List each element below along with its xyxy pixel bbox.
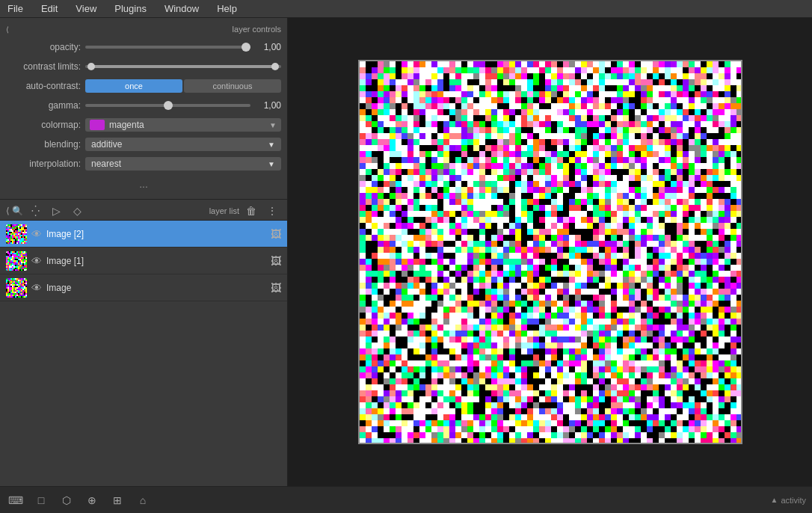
interpolation-dropdown[interactable]: nearest ▼: [85, 157, 281, 171]
bottom-tool-buttons: ⌨ □ ⬡ ⊕ ⊞ ⌂: [6, 491, 153, 510]
console-button[interactable]: ⌨: [6, 491, 25, 510]
colormap-name: magenta: [109, 120, 265, 130]
layer-thumbnail-image2: [6, 224, 27, 244]
layer-item-image1[interactable]: 👁 Image [1] 🖼: [0, 248, 287, 274]
opacity-slider-container: [85, 41, 250, 53]
colormap-arrow-icon: ▼: [269, 121, 277, 129]
canvas-area[interactable]: [288, 18, 812, 486]
blending-value: additive: [91, 139, 122, 150]
bottom-toolbar: ⌨ □ ⬡ ⊕ ⊞ ⌂ ▲ activity: [0, 486, 812, 513]
layer-controls-collapse[interactable]: ⟨: [6, 25, 9, 34]
layer-item-image2[interactable]: 👁 Image [2] 🖼: [0, 221, 287, 248]
auto-contrast-buttons: once continuous: [85, 79, 281, 93]
colormap-dropdown[interactable]: magenta ▼: [85, 118, 281, 132]
blending-row: blending: additive ▼: [0, 135, 287, 154]
gamma-row: gamma: 1,00: [0, 96, 287, 115]
layer-thumbnail-image1: [6, 251, 27, 271]
layer-eye-image1[interactable]: 👁: [31, 255, 42, 267]
layer-name-image: Image: [46, 283, 266, 293]
opacity-row: opacity: 1,00: [0, 37, 287, 57]
activity-label: activity: [781, 496, 806, 505]
layer-eye-image[interactable]: 👁: [31, 282, 42, 294]
layer-name-image2: Image [2]: [46, 229, 266, 239]
interpolation-row: interpolation: nearest ▼: [0, 154, 287, 173]
more-controls-button[interactable]: ...: [0, 173, 287, 194]
blending-label: blending:: [6, 139, 81, 150]
collapse-icon-pair: ⟨ 🔍: [6, 206, 23, 216]
main-layout: ⟨ layer controls opacity: 1,00 contrast …: [0, 18, 812, 486]
layers-button[interactable]: ⊕: [82, 491, 102, 510]
gamma-value: 1,00: [255, 100, 281, 111]
layer-options-button[interactable]: ⋮: [263, 203, 281, 219]
layer-type-icon-image: 🖼: [271, 282, 281, 294]
colormap-label: colormap:: [6, 120, 81, 130]
interpolation-arrow-icon: ▼: [268, 160, 275, 168]
layer-controls-title: layer controls: [233, 25, 281, 34]
contrast-limits-row: contrast limits:: [0, 57, 287, 76]
layer-thumbnail-image: [6, 278, 27, 298]
menu-window[interactable]: Window: [160, 1, 203, 16]
layer-type-icon-image1: 🖼: [271, 255, 281, 267]
menubar: File Edit View Plugins Window Help: [0, 0, 812, 18]
layer-item-image[interactable]: 👁 Image 🖼: [0, 274, 287, 301]
labels-tool-button[interactable]: ◇: [68, 203, 86, 219]
contrast-left-thumb[interactable]: [87, 63, 95, 70]
menu-help[interactable]: Help: [212, 1, 242, 16]
layer-type-icon-image2: 🖼: [271, 228, 281, 240]
contrast-right-thumb[interactable]: [271, 63, 279, 70]
menu-file[interactable]: File: [3, 1, 28, 16]
gamma-label: gamma:: [6, 100, 81, 111]
layer-controls-panel: ⟨ layer controls opacity: 1,00 contrast …: [0, 18, 287, 197]
layer-eye-image2[interactable]: 👁: [31, 228, 42, 240]
menu-plugins[interactable]: Plugins: [110, 1, 151, 16]
blending-arrow-icon: ▼: [268, 141, 275, 149]
auto-contrast-label: auto-contrast:: [6, 81, 81, 91]
opacity-value: 1,00: [255, 42, 281, 52]
gamma-slider-container: [85, 99, 250, 111]
activity-arrow-icon: ▲: [770, 496, 778, 504]
menu-edit[interactable]: Edit: [37, 1, 62, 16]
collapse-left-icon[interactable]: ⟨: [6, 206, 10, 216]
layer-list-actions: 🗑 ⋮: [242, 203, 281, 219]
left-panel: ⟨ layer controls opacity: 1,00 contrast …: [0, 18, 288, 486]
home-button[interactable]: ⌂: [133, 491, 153, 510]
grid-button[interactable]: ⊞: [108, 491, 127, 510]
objects-button[interactable]: ⬡: [57, 491, 76, 510]
interpolation-value: nearest: [91, 159, 121, 169]
layer-list-header: ⟨ 🔍 ⁛ ▷ ◇ layer list 🗑 ⋮: [0, 201, 287, 221]
auto-contrast-continuous-button[interactable]: continuous: [184, 79, 281, 93]
search-icon[interactable]: 🔍: [12, 206, 23, 216]
panel-divider: [0, 199, 287, 200]
interpolation-label: interpolation:: [6, 159, 81, 169]
layer-list-panel: ⟨ 🔍 ⁛ ▷ ◇ layer list 🗑 ⋮ 👁 Image [2]: [0, 201, 287, 486]
colormap-swatch: [90, 120, 105, 130]
activity-bar[interactable]: ▲ activity: [770, 496, 806, 505]
shapes-tool-button[interactable]: ▷: [47, 203, 65, 219]
auto-contrast-row: auto-contrast: once continuous: [0, 76, 287, 96]
opacity-label: opacity:: [6, 42, 81, 52]
points-tool-button[interactable]: ⁛: [26, 203, 44, 219]
menu-view[interactable]: View: [71, 1, 101, 16]
auto-contrast-once-button[interactable]: once: [85, 79, 182, 93]
colormap-row: colormap: magenta ▼: [0, 115, 287, 135]
main-canvas[interactable]: [358, 60, 742, 444]
layer-list-tools: ⟨ 🔍 ⁛ ▷ ◇: [6, 203, 86, 219]
opacity-slider[interactable]: [85, 46, 250, 49]
layer-name-image1: Image [1]: [46, 256, 266, 266]
contrast-limits-label: contrast limits:: [6, 61, 81, 72]
blending-dropdown[interactable]: additive ▼: [85, 138, 281, 151]
square-button[interactable]: □: [31, 491, 51, 510]
delete-layer-button[interactable]: 🗑: [242, 203, 260, 219]
layer-list-title: layer list: [209, 206, 239, 215]
gamma-slider[interactable]: [85, 104, 250, 107]
